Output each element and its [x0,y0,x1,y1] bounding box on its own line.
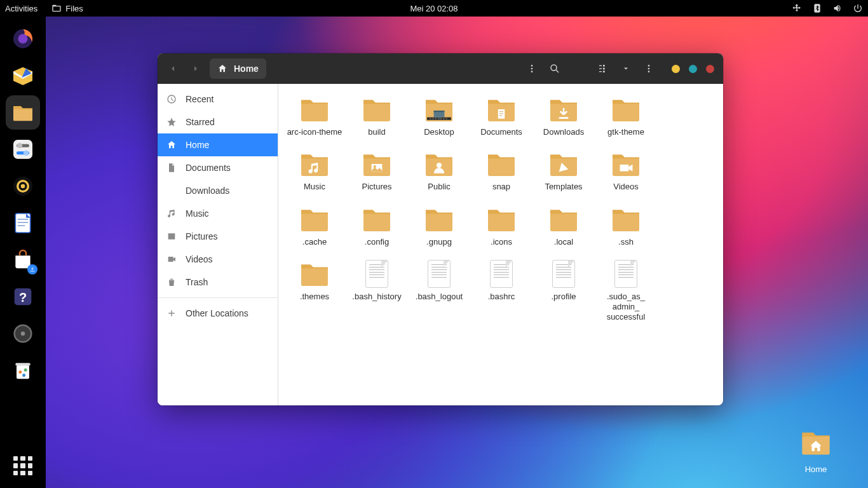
maximize-button[interactable] [689,65,697,73]
sidebar-item-starred[interactable]: Starred [158,111,278,133]
power-icon[interactable] [853,3,863,13]
file-label: arc-icon-theme [287,127,342,137]
dock-item-rhythmbox[interactable] [6,169,40,203]
svg-rect-3 [13,140,32,159]
music-icon [166,208,177,219]
svg-point-10 [21,184,25,189]
dock-item-disk[interactable] [6,316,40,351]
folder-item[interactable]: Videos [595,147,657,202]
sidebar-item-music[interactable]: Music [158,202,278,225]
folder-item[interactable]: gtk-theme [595,93,657,147]
view-menu-button[interactable] [614,53,637,84]
path-menu-button[interactable] [520,53,543,84]
nav-forward-button[interactable] [184,53,207,84]
activities-button[interactable]: Activities [5,4,37,13]
file-item[interactable]: .bash_​logout [408,257,470,333]
file-label: build [368,127,385,137]
folder-item[interactable]: .cache [283,203,346,257]
path-label: Home [234,64,259,74]
sidebar-item-label: Videos [186,254,213,264]
folder-item[interactable]: snap [470,147,532,202]
sidebar-item-downloads[interactable]: Downloads [158,179,278,202]
file-icon [359,260,395,288]
folder-item[interactable]: .gnupg [408,203,470,257]
text-file-icon [490,260,513,288]
top-bar: Activities Files Mei 20 02:08 [0,0,868,17]
picture-icon [166,231,177,241]
view-icons-button[interactable] [592,53,614,84]
nav-back-button[interactable] [161,53,184,84]
search-button[interactable] [543,53,566,84]
sidebar-item-label: Pictures [186,231,218,241]
files-window: Home RecentStarredHomeDocumentsDownloads… [158,53,723,405]
file-item[interactable]: .sudo_​as_​admin_​successful [595,257,657,333]
show-applications-button[interactable] [13,456,32,475]
svg-rect-52 [499,115,502,116]
folder-item[interactable]: Templates [532,147,595,202]
file-label: Music [304,182,325,192]
home-icon [217,64,227,74]
file-item[interactable]: .profile [532,257,595,333]
close-button[interactable] [706,65,714,73]
network-icon[interactable] [792,3,802,13]
folder-item[interactable]: Desktop [408,93,470,147]
sidebar-item-trash[interactable]: Trash [158,271,278,294]
folder-item[interactable]: Downloads [532,93,595,147]
dock-item-software[interactable] [6,243,40,277]
folder-item[interactable]: arc-icon-theme [283,93,346,147]
sidebar-item-videos[interactable]: Videos [158,248,278,271]
text-file-icon [614,260,637,288]
dock-item-firefox[interactable] [6,22,40,56]
file-item[interactable]: .bash_​history [346,257,408,333]
download-icon [166,186,177,196]
bluetooth-icon[interactable] [812,3,822,13]
folder-item[interactable]: Music [283,147,346,202]
dock-item-libreoffice[interactable] [6,206,40,240]
svg-rect-21 [15,363,30,365]
sidebar-item-home[interactable]: Home [158,133,278,156]
svg-rect-43 [440,118,442,119]
folder-icon [484,150,519,178]
sidebar-item-documents[interactable]: Documents [158,156,278,179]
folder-item[interactable]: Documents [470,93,532,147]
volume-icon[interactable] [832,3,843,13]
svg-point-35 [648,65,650,67]
folder-item[interactable]: build [346,93,408,147]
folder-item[interactable]: .ssh [595,203,657,257]
folder-item[interactable]: .themes [283,257,346,333]
sidebar-item-pictures[interactable]: Pictures [158,225,278,248]
folder-icon [546,205,581,233]
text-file-icon [365,260,388,288]
svg-rect-34 [603,71,605,72]
hamburger-menu-button[interactable] [637,53,660,84]
folder-item[interactable]: Public [408,147,470,202]
dock-item-settings[interactable] [6,132,40,166]
sidebar-item-label: Documents [186,163,231,173]
folder-item[interactable]: .local [532,203,595,257]
file-icon [608,260,644,288]
minimize-button[interactable] [672,65,680,73]
appmenu-button[interactable]: Files [51,3,83,13]
folder-item[interactable]: .icons [470,203,532,257]
folder-icon [484,205,519,233]
sidebar-item-other[interactable]: Other Locations [158,302,278,325]
desktop-home-icon[interactable]: Home [790,426,841,474]
dock-item-thunderbird[interactable] [6,58,40,93]
dock-item-files[interactable] [6,95,40,130]
sidebar-item-recent[interactable]: Recent [158,88,278,111]
svg-point-7 [24,151,29,156]
sidebar-item-label: Music [186,208,209,219]
svg-rect-31 [599,71,602,72]
clock[interactable]: Mei 20 02:08 [410,4,458,13]
file-label: Downloads [543,127,584,137]
folder-icon [546,150,581,178]
svg-rect-51 [499,113,503,114]
folder-item[interactable]: Pictures [346,147,408,202]
file-item[interactable]: .bashrc [470,257,532,333]
pathbar[interactable]: Home [210,58,266,79]
dock-item-help[interactable]: ? [6,280,40,314]
svg-rect-44 [443,118,444,119]
svg-point-26 [531,68,533,70]
folder-item[interactable]: .config [346,203,408,257]
dock-item-trash[interactable] [6,353,40,388]
